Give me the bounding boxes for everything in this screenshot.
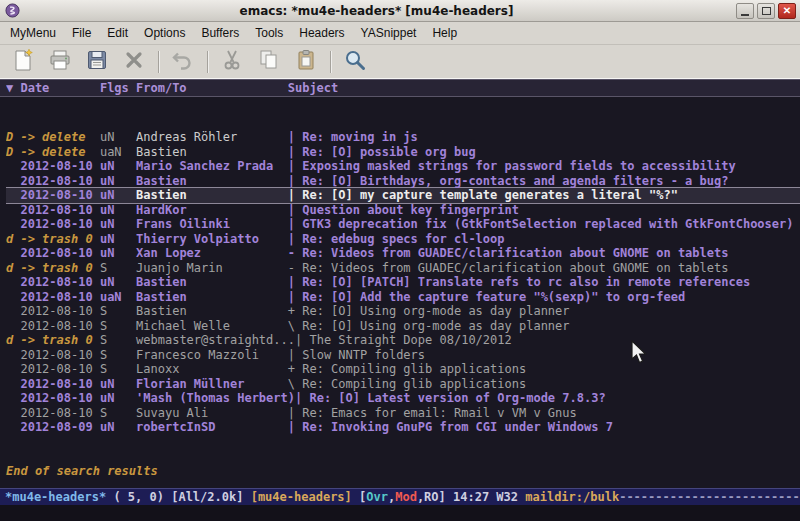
print-button[interactable]	[45, 48, 75, 76]
message-row[interactable]: 2012-08-10 uaN Bastien | Re: [O] Add the…	[6, 290, 800, 305]
message-row[interactable]: 2012-08-10 uN Florian Müllner \ Re: Comp…	[6, 377, 800, 392]
header-col-date[interactable]: ▼ Date	[6, 80, 100, 96]
message-row[interactable]: 2012-08-10 uN HardKor | Question about k…	[6, 203, 800, 218]
message-date: 2012-08-10	[6, 362, 100, 376]
message-row[interactable]: 2012-08-10 uN Bastien | Re: [O] Birthday…	[6, 174, 800, 189]
message-subject: | Re: [O] Add the capture feature "%(sex…	[288, 290, 685, 304]
message-flags: S	[100, 319, 136, 333]
message-row[interactable]: 2012-08-10 S Suvayu Ali | Re: Emacs for …	[6, 406, 800, 421]
toolbar-separator	[330, 51, 332, 73]
message-row[interactable]: d -> trash 0 S Juanjo Marin - Re: Videos…	[6, 261, 800, 276]
modeline-mode: [mu4e-headers]	[251, 490, 352, 504]
header-col-from[interactable]: From/To	[136, 80, 288, 96]
window-title: emacs: *mu4e-headers* [mu4e-headers]	[20, 4, 733, 18]
search-icon	[343, 48, 367, 76]
modeline: *mu4e-headers* ( 5, 0) [All/2.0k] [mu4e-…	[0, 488, 800, 505]
menu-item-headers[interactable]: Headers	[291, 22, 352, 44]
maximize-button[interactable]	[757, 3, 775, 19]
menubar: MyMenuFileEditOptionsBuffersToolsHeaders…	[0, 22, 800, 45]
menu-item-edit[interactable]: Edit	[99, 22, 136, 44]
modeline-buffer-name: *mu4e-headers*	[5, 490, 106, 504]
menu-item-file[interactable]: File	[64, 22, 99, 44]
search-button[interactable]	[340, 48, 370, 76]
modeline-plain: 14:27 W32	[453, 490, 525, 504]
message-flags: uN	[100, 275, 136, 289]
message-flags: uN	[100, 217, 136, 231]
message-flags: uN	[100, 246, 136, 260]
message-subject: - Re: Videos from GUADEC/clarification a…	[288, 246, 729, 260]
message-flags: S	[100, 348, 136, 362]
message-row[interactable]: 2012-08-10 S Michael Welle \ Re: [O] Usi…	[6, 319, 800, 334]
message-date: 2012-08-10	[6, 188, 100, 202]
message-from: Florian Müllner	[136, 377, 288, 391]
message-flags: uN	[100, 203, 136, 217]
menu-item-tools[interactable]: Tools	[247, 22, 291, 44]
message-from: Bastien	[136, 188, 288, 202]
toolbar-separator	[207, 51, 209, 73]
new-file-button[interactable]	[8, 48, 38, 76]
cut-icon	[220, 48, 244, 76]
close-buffer-button[interactable]	[119, 48, 149, 76]
message-row[interactable]: 2012-08-10 S Francesco Mazzoli | Slow NN…	[6, 348, 800, 363]
message-row[interactable]: d -> trash 0 uN Thierry Volpiatto | Re: …	[6, 232, 800, 247]
menu-item-help[interactable]: Help	[424, 22, 465, 44]
message-flags: uN	[100, 159, 136, 173]
menu-item-mymenu[interactable]: MyMenu	[2, 22, 64, 44]
maximize-icon	[762, 7, 771, 15]
menu-item-options[interactable]: Options	[136, 22, 193, 44]
message-row[interactable]: 2012-08-09 uN robertcInSD | Re: Invoking…	[6, 420, 800, 435]
message-subject: \ Re: [O] Using org-mode as day planner	[288, 319, 570, 333]
echo-area[interactable]	[0, 505, 800, 521]
message-date: d -> trash 0	[6, 261, 100, 275]
message-subject: | Re: edebug specs for cl-loop	[288, 232, 505, 246]
message-subject: + Re: Compiling glib applications	[288, 362, 526, 376]
modeline-plain: ( 5, 0) [All/2.0k]	[106, 490, 251, 504]
message-date: D -> delete	[6, 145, 100, 159]
message-row[interactable]: 2012-08-10 uN Mario Sanchez Prada | Expo…	[6, 159, 800, 174]
header-col-subject[interactable]: Subject	[288, 80, 339, 96]
message-subject: | Re: [O] my capture template generates …	[288, 188, 678, 202]
message-flags: S	[100, 333, 136, 347]
message-row[interactable]: 2012-08-10 S Bastien + Re: [O] Using org…	[6, 304, 800, 319]
message-row[interactable]: 2012-08-10 uN 'Mash (Thomas Herbert)| Re…	[6, 391, 800, 406]
message-flags: S	[100, 304, 136, 318]
message-flags: uN	[100, 130, 136, 144]
cut-button[interactable]	[217, 48, 247, 76]
menu-item-yasnippet[interactable]: YASnippet	[353, 22, 425, 44]
end-of-results-text: End of search results	[6, 464, 800, 479]
paste-button[interactable]	[291, 48, 321, 76]
message-flags: S	[100, 261, 136, 275]
menu-item-buffers[interactable]: Buffers	[193, 22, 247, 44]
message-row[interactable]: D -> delete uN Andreas Röhler | Re: movi…	[6, 130, 800, 145]
message-from: Xan Lopez	[136, 246, 288, 260]
header-line: ▼ DateFlgsFrom/ToSubject	[0, 79, 800, 97]
message-date: 2012-08-10	[6, 406, 100, 420]
message-row[interactable]: d -> trash 0 S webmaster@straightd...| T…	[6, 333, 800, 348]
close-button[interactable]	[778, 3, 796, 19]
message-row[interactable]: 2012-08-10 uN Bastien | Re: [O] [PATCH] …	[6, 275, 800, 290]
mu4e-headers-buffer[interactable]: D -> delete uN Andreas Röhler | Re: movi…	[0, 97, 800, 488]
undo-button[interactable]	[168, 48, 198, 76]
message-row[interactable]: 2012-08-10 uN Frans Oilinki | GTK3 depre…	[6, 217, 800, 232]
message-from: Mario Sanchez Prada	[136, 159, 288, 173]
minimize-icon	[741, 14, 749, 16]
message-flags: uaN	[100, 145, 136, 159]
message-from: Lanoxx	[136, 362, 288, 376]
message-row[interactable]: 2012-08-10 S Lanoxx + Re: Compiling glib…	[6, 362, 800, 377]
message-from: Bastien	[136, 174, 288, 188]
message-from: Bastien	[136, 304, 288, 318]
message-row-current[interactable]: 2012-08-10 uN Bastien | Re: [O] my captu…	[6, 188, 800, 203]
message-row[interactable]: 2012-08-10 uN Xan Lopez - Re: Videos fro…	[6, 246, 800, 261]
header-col-flags[interactable]: Flgs	[100, 80, 136, 96]
copy-button[interactable]	[254, 48, 284, 76]
message-from: Frans Oilinki	[136, 217, 288, 231]
emacs-text-area: ▼ DateFlgsFrom/ToSubject D -> delete uN …	[0, 79, 800, 521]
message-date: d -> trash 0	[6, 333, 100, 347]
message-from: webmaster@straightd...	[136, 333, 295, 347]
save-button[interactable]	[82, 48, 112, 76]
minimize-button[interactable]	[736, 3, 754, 19]
message-flags: uN	[100, 188, 136, 202]
message-row[interactable]: D -> delete uaN Bastien | Re: [O] possib…	[6, 145, 800, 160]
message-flags: uN	[100, 174, 136, 188]
message-date: d -> trash 0	[6, 232, 100, 246]
